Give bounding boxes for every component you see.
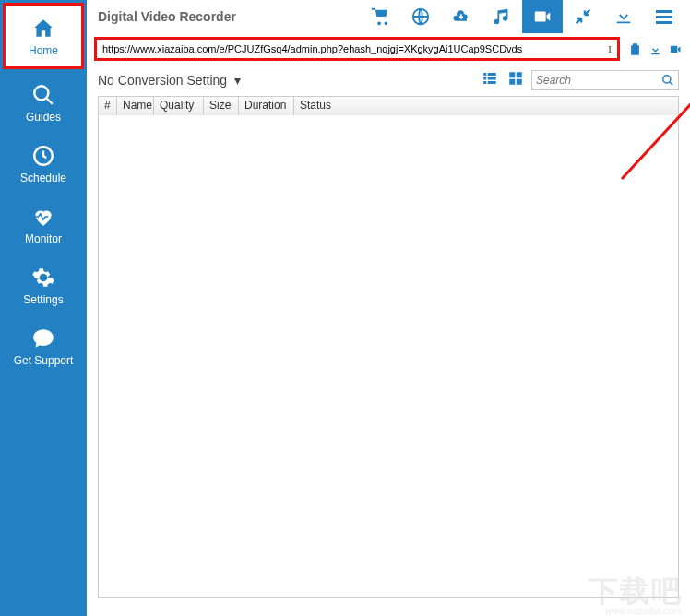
svg-rect-13	[517, 79, 522, 85]
sidebar-item-label: Schedule	[20, 172, 66, 184]
sidebar-item-settings[interactable]: Settings	[0, 255, 87, 315]
svg-rect-5	[488, 73, 496, 76]
grid-view-button[interactable]	[506, 68, 526, 92]
paste-icon	[628, 42, 642, 56]
sidebar-item-label: Get Support	[14, 354, 74, 367]
music-icon	[492, 6, 512, 27]
cart-button[interactable]	[360, 0, 400, 33]
th-name[interactable]: Name	[117, 97, 154, 115]
conversion-label: No Conversion Setting	[98, 73, 227, 88]
text-caret-icon: I	[608, 43, 612, 54]
svg-line-1	[46, 98, 53, 104]
th-quality[interactable]: Quality	[154, 97, 204, 115]
svg-rect-12	[509, 79, 515, 85]
list-view-button[interactable]	[480, 68, 500, 92]
search-icon	[31, 83, 55, 107]
sidebar-item-get-support[interactable]: Get Support	[0, 315, 87, 376]
globe-icon	[410, 6, 431, 27]
th-duration[interactable]: Duration	[239, 97, 294, 115]
table-body	[99, 115, 678, 597]
sidebar-item-home[interactable]: Home	[3, 3, 84, 69]
conversion-setting-dropdown[interactable]: No Conversion Setting ▾	[98, 73, 241, 88]
cart-icon	[370, 6, 390, 27]
svg-rect-10	[509, 72, 515, 77]
top-buttons	[360, 0, 684, 33]
th-size[interactable]: Size	[204, 97, 239, 115]
svg-rect-4	[483, 73, 486, 76]
url-input[interactable]: https://www.xiazaiba.com/e/PCJUZfGsq4/ad…	[94, 37, 620, 61]
svg-rect-7	[488, 77, 496, 80]
sidebar-item-label: Home	[29, 44, 58, 57]
results-table: # Name Quality Size Duration Status	[98, 96, 679, 598]
main-area: Digital Video Recorder https://www.xiaza…	[87, 0, 690, 616]
cloud-download-icon	[451, 6, 471, 27]
video-recorder-button[interactable]	[522, 0, 563, 33]
svg-rect-11	[517, 72, 522, 77]
sidebar-item-guides[interactable]: Guides	[0, 72, 87, 133]
video-icon	[669, 42, 683, 56]
clock-icon	[31, 144, 55, 168]
toolbar: No Conversion Setting ▾	[87, 66, 690, 96]
chevron-down-icon: ▾	[234, 73, 241, 88]
sidebar-item-label: Settings	[23, 293, 63, 306]
video-icon	[532, 6, 553, 27]
search-input[interactable]	[536, 74, 656, 87]
svg-point-14	[663, 76, 671, 83]
download-button[interactable]	[603, 0, 644, 33]
down-arrow-icon	[648, 42, 662, 56]
cloud-download-button[interactable]	[441, 0, 482, 33]
compress-icon	[573, 6, 593, 27]
home-icon	[31, 17, 55, 41]
sidebar-item-label: Guides	[26, 111, 61, 124]
list-icon	[482, 70, 498, 87]
record-button[interactable]	[666, 40, 684, 58]
sidebar-item-schedule[interactable]: Schedule	[0, 133, 87, 194]
sidebar-item-monitor[interactable]: Monitor	[0, 194, 87, 255]
svg-rect-8	[483, 81, 486, 84]
watermark-sub: www.xiazaiba.com	[605, 606, 681, 616]
heartbeat-icon	[31, 205, 55, 229]
url-text: https://www.xiazaiba.com/e/PCJUZfGsq4/ad…	[102, 43, 522, 54]
table-header: # Name Quality Size Duration Status	[99, 97, 678, 115]
menu-button[interactable]	[644, 0, 684, 33]
th-status[interactable]: Status	[294, 97, 678, 115]
svg-rect-6	[483, 77, 486, 80]
gear-icon	[31, 266, 55, 290]
svg-point-0	[34, 86, 48, 100]
globe-button[interactable]	[400, 0, 441, 33]
chat-icon	[31, 326, 55, 350]
top-bar: Digital Video Recorder	[87, 0, 690, 33]
search-icon	[661, 74, 674, 87]
music-button[interactable]	[482, 0, 522, 33]
grid-icon	[507, 70, 524, 87]
url-row: https://www.xiazaiba.com/e/PCJUZfGsq4/ad…	[87, 33, 690, 66]
compress-button[interactable]	[563, 0, 603, 33]
download-url-button[interactable]	[646, 40, 664, 58]
menu-icon	[656, 10, 672, 24]
download-icon	[613, 6, 634, 27]
search-box[interactable]	[531, 70, 679, 90]
page-title: Digital Video Recorder	[98, 9, 360, 24]
th-num[interactable]: #	[99, 97, 117, 115]
svg-line-15	[670, 82, 673, 86]
paste-button[interactable]	[625, 40, 644, 58]
sidebar-item-label: Monitor	[25, 232, 62, 245]
svg-rect-9	[488, 81, 496, 84]
sidebar: Home Guides Schedule Monitor Settings Ge…	[0, 0, 87, 616]
